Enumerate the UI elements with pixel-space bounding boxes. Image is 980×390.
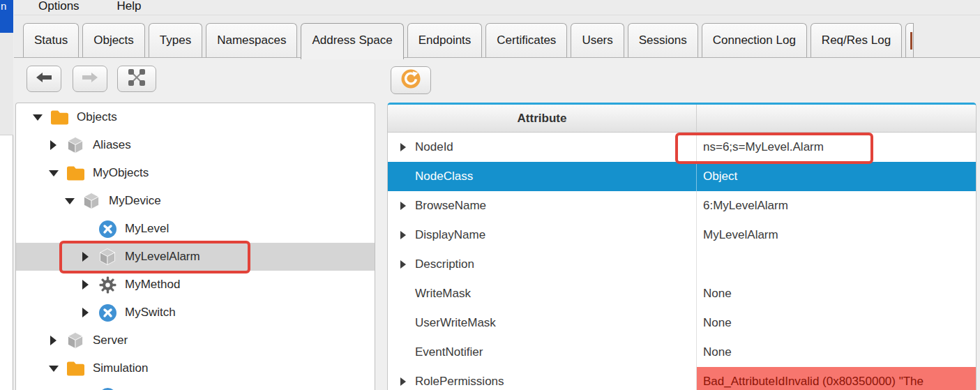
- tab-endpoints[interactable]: Endpoints: [407, 23, 483, 57]
- attribute-name-cell: RolePermissions: [388, 367, 697, 390]
- tab-address-space[interactable]: Address Space: [301, 23, 403, 59]
- tree-item-objects[interactable]: Objects: [16, 103, 375, 131]
- forward-button[interactable]: [73, 66, 107, 92]
- triangle-glyph: [400, 377, 406, 386]
- tree-toggle-icon[interactable]: [80, 308, 91, 317]
- tab-bar: StatusObjectsTypesNamespacesAddress Spac…: [14, 15, 980, 58]
- menu-help[interactable]: Help: [117, 0, 142, 13]
- background-window-fragment: n: [0, 0, 13, 33]
- tab-users[interactable]: Users: [571, 23, 624, 57]
- tree-toggle-icon[interactable]: [48, 170, 59, 177]
- tab-sessions[interactable]: Sessions: [628, 23, 698, 57]
- attribute-name-cell: EventNotifier: [388, 338, 697, 367]
- graph-view-button[interactable]: [117, 66, 156, 92]
- tab-certificates[interactable]: Certificates: [485, 23, 567, 57]
- variable-icon: [98, 387, 117, 390]
- attribute-name: RolePermissions: [415, 375, 504, 389]
- tab-partial[interactable]: [905, 23, 914, 57]
- attribute-name-cell: WriteMask: [388, 279, 697, 308]
- attribute-row-userwritemask[interactable]: UserWriteMaskNone: [388, 308, 976, 338]
- tree-item-myswitch[interactable]: MySwitch: [16, 299, 375, 327]
- tree-toggle-icon[interactable]: [48, 336, 59, 345]
- tree-toggle-icon[interactable]: [80, 280, 91, 290]
- attribute-row-displayname[interactable]: DisplayNameMyLevelAlarm: [388, 220, 976, 250]
- tree-item-myobjects[interactable]: MyObjects: [16, 159, 375, 187]
- tree-item-mylevel[interactable]: MyLevel: [16, 215, 375, 243]
- tree-toggle-icon[interactable]: [48, 140, 59, 150]
- triangle-glyph: [50, 140, 56, 150]
- tree-indent: [16, 229, 80, 230]
- back-button[interactable]: [27, 66, 61, 92]
- row-expand-icon[interactable]: [398, 143, 408, 151]
- attribute-row-nodeclass[interactable]: NodeClassObject: [388, 162, 976, 191]
- screen: n OptionsHelp StatusObjectsTypesNamespac…: [0, 0, 980, 390]
- column-header-value[interactable]: [697, 105, 976, 132]
- forward-arrow-icon: [81, 71, 99, 87]
- row-expand-icon[interactable]: [398, 377, 408, 386]
- tree-toggle-icon[interactable]: [64, 198, 75, 204]
- attribute-value: MyLevelAlarm: [703, 228, 778, 242]
- tree-item-partial[interactable]: [16, 382, 375, 390]
- cube-icon: [82, 192, 101, 210]
- tab-strip: StatusObjectsTypesNamespacesAddress Spac…: [23, 23, 914, 59]
- attribute-value: Object: [703, 170, 737, 183]
- tree-item-server[interactable]: Server: [16, 327, 375, 354]
- attribute-row-eventnotifier[interactable]: EventNotifierNone: [388, 338, 976, 367]
- attribute-value-cell: Bad_AttributeIdInvalid (0x80350000) "The: [697, 367, 976, 390]
- attribute-name: WriteMask: [415, 287, 471, 301]
- tree-indent: [16, 173, 48, 174]
- attribute-row-writemask[interactable]: WriteMaskNone: [388, 279, 976, 308]
- tree-item-label: MyDevice: [109, 194, 161, 208]
- triangle-glyph: [400, 231, 406, 239]
- attribute-name-cell: NodeId: [388, 133, 697, 162]
- tree-indent: [16, 257, 80, 257]
- menu-options[interactable]: Options: [38, 0, 80, 13]
- attribute-value-cell: MyLevelAlarm: [697, 220, 976, 250]
- triangle-glyph: [33, 114, 43, 121]
- app-window: OptionsHelp StatusObjectsTypesNamespaces…: [14, 0, 980, 390]
- attribute-value-cell: None: [697, 308, 976, 338]
- tree-toggle-icon[interactable]: [80, 252, 91, 262]
- tree-indent: [16, 340, 48, 341]
- attribute-row-nodeid[interactable]: NodeIdns=6;s=MyLevel.Alarm: [388, 133, 976, 162]
- background-window-strip: [0, 33, 13, 135]
- tree-item-mydevice[interactable]: MyDevice: [16, 187, 375, 215]
- attribute-row-browsename[interactable]: BrowseName6:MyLevelAlarm: [388, 191, 976, 220]
- tree-item-simulation[interactable]: Simulation: [16, 354, 375, 382]
- tab-types[interactable]: Types: [149, 23, 202, 57]
- tab-namespaces[interactable]: Namespaces: [206, 23, 297, 57]
- attribute-value: 6:MyLevelAlarm: [703, 199, 788, 213]
- triangle-glyph: [400, 260, 406, 269]
- tree-toggle-icon[interactable]: [32, 114, 43, 121]
- tree-item-label: Simulation: [93, 361, 148, 375]
- tree-indent: [16, 201, 64, 202]
- attribute-row-description[interactable]: Description: [388, 250, 976, 279]
- column-header-attribute[interactable]: Attribute: [388, 105, 697, 132]
- tab-status[interactable]: Status: [23, 23, 79, 57]
- attribute-row-rolepermissions[interactable]: RolePermissionsBad_AttributeIdInvalid (0…: [388, 367, 976, 390]
- refresh-button[interactable]: [391, 66, 431, 94]
- row-expand-icon[interactable]: [398, 260, 408, 269]
- attribute-name-cell: DisplayName: [388, 220, 697, 250]
- cube-icon: [66, 136, 85, 154]
- tree-indent: [16, 117, 32, 118]
- attribute-value: None: [703, 316, 732, 330]
- cube-icon: [98, 248, 117, 266]
- background-window-edge: n: [0, 0, 13, 390]
- tree-item-label: Server: [93, 333, 128, 347]
- tree-toggle-icon[interactable]: [48, 366, 59, 372]
- row-expand-icon[interactable]: [398, 202, 408, 210]
- tab-req-res-log[interactable]: Req/Res Log: [811, 23, 902, 57]
- content-area: ObjectsAliasesMyObjectsMyDeviceMyLevelMy…: [14, 58, 980, 390]
- attribute-name: NodeClass: [415, 170, 473, 183]
- tab-connection-log[interactable]: Connection Log: [702, 23, 807, 57]
- tab-objects[interactable]: Objects: [82, 23, 145, 57]
- variable-icon: [98, 303, 117, 322]
- menu-bar: OptionsHelp: [14, 0, 980, 15]
- tree-item-mylevelalarm[interactable]: MyLevelAlarm: [16, 243, 375, 271]
- triangle-glyph: [82, 308, 89, 317]
- triangle-glyph: [400, 202, 406, 210]
- tree-item-mymethod[interactable]: MyMethod: [16, 271, 375, 299]
- row-expand-icon[interactable]: [398, 231, 408, 239]
- tree-item-aliases[interactable]: Aliases: [16, 131, 375, 159]
